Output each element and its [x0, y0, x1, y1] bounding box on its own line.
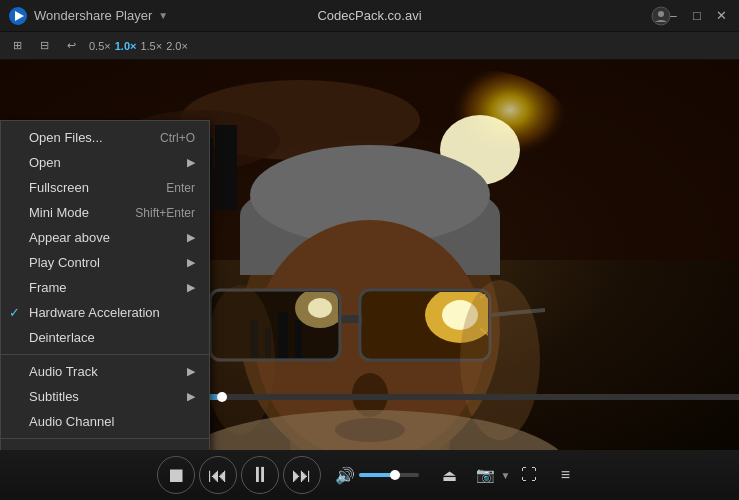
volume-slider[interactable] [359, 473, 419, 477]
menu-shortcut-player-settings: F5 [161, 449, 195, 451]
maximize-button[interactable]: □ [687, 7, 707, 25]
svg-point-3 [658, 11, 664, 17]
menu-label-play-control: Play Control [29, 255, 100, 270]
playlist-button[interactable]: ≡ [548, 458, 582, 492]
user-avatar-icon [651, 6, 671, 26]
menu-item-fullscreen[interactable]: FullscreenEnter [1, 175, 209, 200]
svg-rect-14 [215, 125, 237, 210]
menu-label-deinterlace: Deinterlace [29, 330, 95, 345]
menu-item-deinterlace[interactable]: Deinterlace [1, 325, 209, 350]
menu-arrow-open: ▶ [187, 156, 195, 169]
window-title: CodecPack.co.avi [317, 8, 421, 23]
menu-item-subtitles[interactable]: Subtitles▶ [1, 384, 209, 409]
menu-label-player-settings: Player Settings... [29, 448, 127, 450]
menu-arrow-appear-above: ▶ [187, 231, 195, 244]
speed-15x[interactable]: 1.5× [140, 40, 162, 52]
menu-label-frame: Frame [29, 280, 67, 295]
svg-rect-29 [278, 312, 288, 358]
menu-label-fullscreen: Fullscreen [29, 180, 89, 195]
snapshot-button[interactable]: 📷 [469, 458, 503, 492]
menu-item-appear-above[interactable]: Appear above▶ [1, 225, 209, 250]
eject-button[interactable]: ⏏ [433, 458, 467, 492]
volume-area: 🔊 [335, 466, 419, 485]
toolbar-btn-1[interactable]: ⊞ [8, 36, 27, 55]
title-bar-left: Wondershare Player ▼ [8, 6, 168, 26]
fullscreen-button[interactable]: ⛶ [512, 458, 546, 492]
video-area[interactable]: Open Files...Ctrl+OOpen▶FullscreenEnterM… [0, 60, 739, 450]
stop-button[interactable]: ⏹ [157, 456, 195, 494]
app-name-label: Wondershare Player [34, 8, 152, 23]
toolbar-btn-2[interactable]: ⊟ [35, 36, 54, 55]
menu-label-open-files: Open Files... [29, 130, 103, 145]
menu-item-frame[interactable]: Frame▶ [1, 275, 209, 300]
menu-label-open: Open [29, 155, 61, 170]
snapshot-dropdown-icon[interactable]: ▼ [501, 470, 511, 481]
toolbar: ⊞ ⊟ ↩ 0.5× 1.0× 1.5× 2.0× [0, 32, 739, 60]
menu-label-subtitles: Subtitles [29, 389, 79, 404]
speed-10x[interactable]: 1.0× [115, 40, 137, 52]
menu-checkmark-hardware-accel: ✓ [9, 305, 20, 320]
menu-shortcut-open-files: Ctrl+O [140, 131, 195, 145]
menu-item-audio-channel[interactable]: Audio Channel [1, 409, 209, 434]
playback-buttons: ⏹ ⏮ ⏸ ⏭ [157, 456, 321, 494]
menu-item-player-settings[interactable]: Player Settings...F5 [1, 443, 209, 450]
app-logo-icon [8, 6, 28, 26]
right-controls: ⏏ 📷 ▼ ⛶ ≡ [433, 458, 583, 492]
menu-label-appear-above: Appear above [29, 230, 110, 245]
svg-rect-30 [295, 320, 302, 358]
speed-controls: 0.5× 1.0× 1.5× 2.0× [89, 40, 188, 52]
menu-label-mini-mode: Mini Mode [29, 205, 89, 220]
menu-label-audio-channel: Audio Channel [29, 414, 114, 429]
pause-button[interactable]: ⏸ [241, 456, 279, 494]
menu-arrow-frame: ▶ [187, 281, 195, 294]
menu-arrow-subtitles: ▶ [187, 390, 195, 403]
toolbar-btn-3[interactable]: ↩ [62, 36, 81, 55]
user-icon[interactable] [651, 6, 671, 29]
svg-point-45 [460, 280, 540, 440]
close-button[interactable]: ✕ [711, 7, 731, 25]
menu-item-audio-track[interactable]: Audio Track▶ [1, 359, 209, 384]
window-controls: – □ ✕ [663, 7, 731, 25]
menu-shortcut-fullscreen: Enter [146, 181, 195, 195]
menu-item-open-files[interactable]: Open Files...Ctrl+O [1, 125, 209, 150]
player-controls: ⏹ ⏮ ⏸ ⏭ 🔊 ⏏ 📷 ▼ ⛶ ≡ [0, 450, 739, 500]
prev-button[interactable]: ⏮ [199, 456, 237, 494]
menu-arrow-audio-track: ▶ [187, 365, 195, 378]
volume-thumb [390, 470, 400, 480]
menu-label-audio-track: Audio Track [29, 364, 98, 379]
menu-arrow-play-control: ▶ [187, 256, 195, 269]
progress-thumb [217, 392, 227, 402]
svg-point-46 [205, 285, 275, 435]
menu-shortcut-mini-mode: Shift+Enter [115, 206, 195, 220]
speed-20x[interactable]: 2.0× [166, 40, 188, 52]
menu-label-hardware-accel: Hardware Acceleration [29, 305, 160, 320]
menu-item-play-control[interactable]: Play Control▶ [1, 250, 209, 275]
menu-item-open[interactable]: Open▶ [1, 150, 209, 175]
volume-icon[interactable]: 🔊 [335, 466, 355, 485]
menu-separator-after-audio-channel [1, 438, 209, 439]
next-button[interactable]: ⏭ [283, 456, 321, 494]
menu-item-hardware-accel[interactable]: ✓Hardware Acceleration [1, 300, 209, 325]
menu-item-mini-mode[interactable]: Mini ModeShift+Enter [1, 200, 209, 225]
svg-point-32 [308, 298, 332, 318]
speed-05x[interactable]: 0.5× [89, 40, 111, 52]
app-dropdown-icon[interactable]: ▼ [158, 10, 168, 21]
context-menu: Open Files...Ctrl+OOpen▶FullscreenEnterM… [0, 120, 210, 450]
title-bar: Wondershare Player ▼ CodecPack.co.avi – … [0, 0, 739, 32]
menu-separator-after-deinterlace [1, 354, 209, 355]
